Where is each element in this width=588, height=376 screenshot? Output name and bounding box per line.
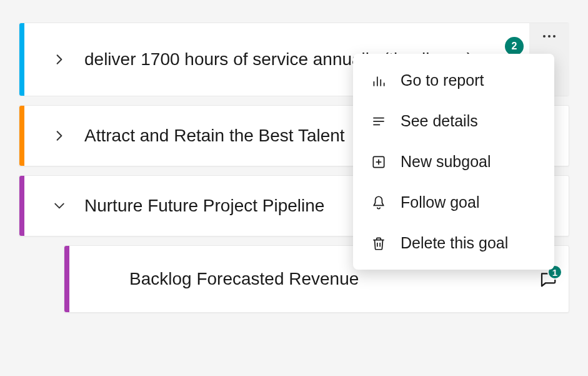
- goal-status-bar: [19, 176, 24, 236]
- follow-icon: [371, 195, 387, 211]
- menu-item-delete-goal[interactable]: Delete this goal: [353, 223, 554, 263]
- menu-item-follow-goal[interactable]: Follow goal: [353, 182, 554, 223]
- svg-point-0: [543, 35, 546, 38]
- chevron-right-icon: [54, 130, 65, 141]
- expand-toggle[interactable]: [49, 126, 69, 146]
- menu-item-label: See details: [401, 112, 478, 130]
- expand-toggle[interactable]: [49, 196, 69, 216]
- menu-item-label: New subgoal: [401, 153, 491, 171]
- svg-point-1: [548, 35, 551, 38]
- menu-item-label: Follow goal: [401, 193, 479, 211]
- comments-button[interactable]: 1: [539, 270, 557, 288]
- goal-status-bar: [19, 106, 24, 166]
- menu-item-label: Delete this goal: [401, 234, 508, 252]
- goal-status-bar: [19, 23, 24, 96]
- goal-context-menu: Go to report See details New subgoal: [353, 54, 554, 270]
- more-horizontal-icon: [542, 34, 556, 38]
- chevron-down-icon: [54, 200, 65, 211]
- goal-title[interactable]: Backlog Forecasted Revenue: [129, 267, 539, 292]
- expand-toggle[interactable]: [49, 49, 69, 69]
- menu-item-new-subgoal[interactable]: New subgoal: [353, 141, 554, 182]
- menu-item-go-to-report[interactable]: Go to report: [353, 60, 554, 101]
- report-icon: [371, 73, 387, 89]
- menu-item-label: Go to report: [401, 71, 484, 89]
- details-icon: [371, 113, 387, 130]
- chevron-right-icon: [54, 54, 65, 65]
- add-subgoal-icon: [371, 154, 387, 170]
- count-badge: 2: [505, 37, 524, 56]
- delete-icon: [371, 235, 387, 252]
- goal-status-bar: [64, 246, 69, 312]
- svg-point-2: [553, 35, 556, 38]
- menu-item-see-details[interactable]: See details: [353, 101, 554, 141]
